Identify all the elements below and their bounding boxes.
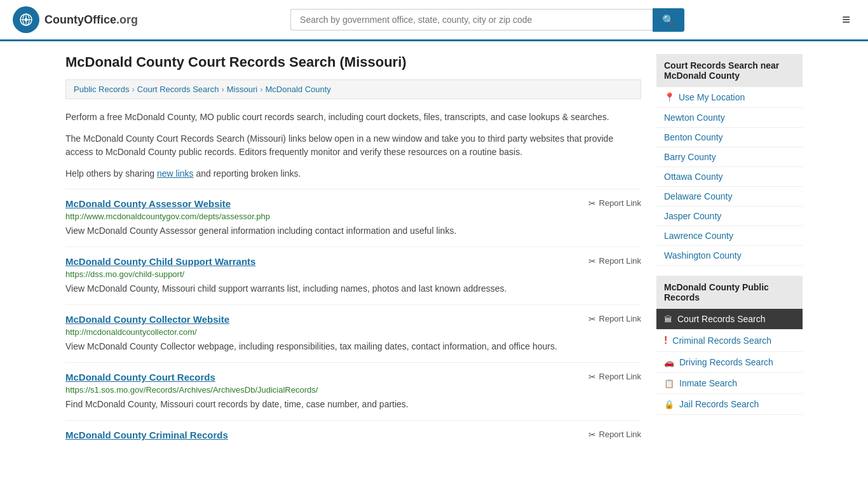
resource-url: https://s1.sos.mo.gov/Records/Archives/A… [65, 385, 641, 395]
breadcrumb-missouri[interactable]: Missouri [227, 85, 257, 94]
resource-header: McDonald County Assessor Website ✂ Repor… [65, 198, 641, 212]
logo-county: CountyOffice [44, 13, 116, 26]
report-label: Report Link [599, 256, 641, 266]
resource-desc: View McDonald County Assessor general in… [65, 224, 641, 238]
logo-icon [13, 6, 39, 33]
search-input[interactable] [290, 9, 653, 30]
court-icon: 🏛 [664, 315, 672, 324]
driving-records-label: Driving Records Search [679, 357, 773, 367]
resource-title[interactable]: McDonald County Collector Website [65, 314, 229, 325]
list-item: Newton County [656, 108, 803, 128]
list-item: Barry County [656, 147, 803, 167]
resource-header: McDonald County Criminal Records ✂ Repor… [65, 430, 641, 443]
breadcrumb-court-records[interactable]: Court Records Search [137, 85, 219, 94]
page-title: McDonald County Court Records Search (Mi… [65, 54, 641, 71]
resources-list: McDonald County Assessor Website ✂ Repor… [65, 189, 641, 452]
list-item: Jasper County [656, 207, 803, 226]
resource-url: https://dss.mo.gov/child-support/ [65, 269, 641, 279]
sidebar-public-records-header: McDonald County Public Records [656, 276, 803, 309]
scissors-icon: ✂ [588, 256, 596, 266]
sidebar-records-item: 🚗 Driving Records Search [656, 352, 803, 373]
county-link[interactable]: Lawrence County [664, 231, 733, 241]
search-area: 🔍 [290, 8, 684, 32]
list-item: Delaware County [656, 187, 803, 207]
search-icon: 🔍 [662, 15, 675, 25]
sidebar-nearby-list: Newton County Benton County Barry County… [656, 108, 803, 266]
inmate-search-link[interactable]: 📋 Inmate Search [656, 373, 803, 393]
resource-header: McDonald County Court Records ✂ Report L… [65, 372, 641, 385]
resource-item: McDonald County Child Support Warrants ✂… [65, 247, 641, 304]
resource-title[interactable]: McDonald County Criminal Records [65, 430, 228, 440]
logo-org: .org [116, 13, 138, 26]
sidebar-records-item-active: 🏛 Court Records Search [656, 309, 803, 330]
sidebar-nearby-header: Court Records Search near McDonald Count… [656, 54, 803, 87]
county-link[interactable]: Delaware County [664, 191, 732, 201]
resource-desc: View McDonald County Collector webpage, … [65, 340, 641, 353]
county-link[interactable]: Newton County [664, 112, 725, 123]
resource-item: McDonald County Assessor Website ✂ Repor… [65, 189, 641, 247]
report-link[interactable]: ✂ Report Link [588, 198, 641, 208]
use-location-link[interactable]: Use My Location [679, 92, 745, 102]
resource-desc: Find McDonald County, Missouri court rec… [65, 398, 641, 411]
court-records-search-link[interactable]: 🏛 Court Records Search [656, 309, 803, 329]
jail-records-label: Jail Records Search [679, 399, 759, 409]
header: CountyOffice.org 🔍 ≡ [0, 0, 868, 41]
report-label: Report Link [599, 372, 641, 381]
scissors-icon: ✂ [588, 372, 596, 382]
new-links-link[interactable]: new links [157, 168, 194, 179]
scissors-icon: ✂ [588, 430, 596, 440]
resource-title[interactable]: McDonald County Court Records [65, 372, 215, 383]
county-link[interactable]: Washington County [664, 250, 742, 261]
jail-icon: 🔒 [664, 400, 674, 409]
county-link[interactable]: Benton County [664, 132, 723, 142]
logo-text: CountyOffice.org [44, 13, 138, 27]
county-link[interactable]: Ottawa County [664, 172, 723, 182]
search-button[interactable]: 🔍 [653, 8, 684, 32]
logo-area: CountyOffice.org [13, 6, 138, 33]
resource-title[interactable]: McDonald County Child Support Warrants [65, 256, 255, 267]
sidebar-records-item: 📋 Inmate Search [656, 373, 803, 394]
court-records-label: Court Records Search [677, 314, 766, 324]
scissors-icon: ✂ [588, 314, 596, 324]
jail-records-link[interactable]: 🔒 Jail Records Search [656, 394, 803, 414]
criminal-records-link[interactable]: ! Criminal Records Search [656, 330, 803, 351]
desc3-before: Help others by sharing [65, 168, 157, 179]
main-content: McDonald County Court Records Search (Mi… [65, 54, 641, 452]
sidebar-records-list: 🏛 Court Records Search ! Criminal Record… [656, 309, 803, 415]
report-link[interactable]: ✂ Report Link [588, 256, 641, 266]
use-my-location[interactable]: 📍 Use My Location [656, 87, 803, 108]
content-wrapper: McDonald County Court Records Search (Mi… [53, 41, 815, 464]
breadcrumb-sep-2: › [221, 85, 224, 94]
breadcrumb-public-records[interactable]: Public Records [74, 85, 129, 94]
inmate-icon: 📋 [664, 379, 674, 388]
resource-url: http://mcdonaldcountycollector.com/ [65, 327, 641, 337]
hamburger-icon: ≡ [842, 11, 850, 27]
resource-header: McDonald County Child Support Warrants ✂… [65, 256, 641, 269]
breadcrumb-sep-1: › [132, 85, 134, 94]
desc3-after: and reporting broken links. [194, 168, 301, 179]
sidebar-records-item: 🔒 Jail Records Search [656, 394, 803, 415]
report-link[interactable]: ✂ Report Link [588, 372, 641, 382]
menu-button[interactable]: ≡ [837, 9, 855, 30]
resource-url: http://www.mcdonaldcountygov.com/depts/a… [65, 212, 641, 221]
scissors-icon: ✂ [588, 198, 596, 208]
county-link[interactable]: Jasper County [664, 211, 721, 221]
breadcrumb-sep-3: › [260, 85, 262, 94]
svg-point-5 [25, 18, 28, 22]
sidebar-records-item: ! Criminal Records Search [656, 330, 803, 352]
resource-title[interactable]: McDonald County Assessor Website [65, 198, 231, 209]
driving-records-link[interactable]: 🚗 Driving Records Search [656, 352, 803, 372]
list-item: Ottawa County [656, 167, 803, 187]
breadcrumb-mcdonald-county[interactable]: McDonald County [266, 85, 331, 94]
description-2: The McDonald County Court Records Search… [65, 132, 641, 159]
report-label: Report Link [599, 198, 641, 208]
report-link[interactable]: ✂ Report Link [588, 430, 641, 440]
report-label: Report Link [599, 314, 641, 323]
county-link[interactable]: Barry County [664, 152, 716, 162]
description-1: Perform a free McDonald County, MO publi… [65, 111, 641, 125]
report-link[interactable]: ✂ Report Link [588, 314, 641, 324]
resource-header: McDonald County Collector Website ✂ Repo… [65, 314, 641, 327]
resource-item: McDonald County Court Records ✂ Report L… [65, 362, 641, 420]
report-label: Report Link [599, 430, 641, 439]
driving-icon: 🚗 [664, 358, 674, 367]
